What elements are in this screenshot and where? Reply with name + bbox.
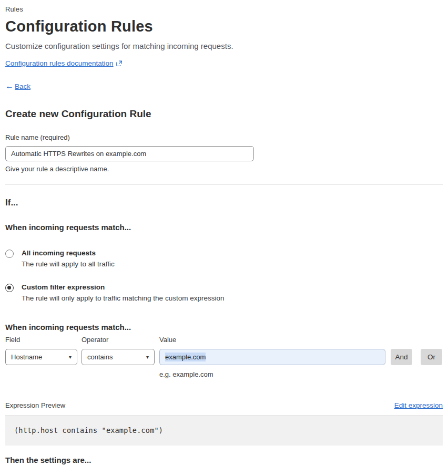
field-select[interactable]: Hostname ▾ <box>5 349 77 365</box>
radio-description: The rule will apply to all traffic <box>22 260 115 268</box>
radio-label: All incoming requests <box>22 249 115 257</box>
radio-unselected-icon[interactable] <box>5 250 14 258</box>
operator-column: Operator contains ▾ <box>82 336 155 365</box>
radio-custom-filter-expression[interactable]: Custom filter expression The rule will o… <box>5 283 443 302</box>
field-column: Field Hostname ▾ <box>5 336 77 365</box>
value-input[interactable]: example.com <box>159 349 385 365</box>
breadcrumb: Rules <box>5 5 443 13</box>
radio-label: Custom filter expression <box>22 283 224 291</box>
chevron-down-icon: ▾ <box>146 354 149 360</box>
and-button[interactable]: And <box>391 349 412 365</box>
then-settings-heading: Then the settings are... <box>5 456 443 464</box>
radio-selected-icon[interactable] <box>5 284 14 292</box>
rule-name-label: Rule name (required) <box>5 133 443 141</box>
operator-select-value: contains <box>87 353 113 361</box>
external-link-icon <box>116 60 123 67</box>
radio-description: The rule will only apply to traffic matc… <box>22 294 224 302</box>
expression-preview-code: (http.host contains "example.com") <box>5 415 443 446</box>
expression-builder-heading: When incoming requests match... <box>5 323 443 332</box>
expression-builder: Field Hostname ▾ Operator contains ▾ Val… <box>5 336 443 378</box>
rule-name-input[interactable] <box>5 146 254 161</box>
back-link-row: ← Back <box>5 81 443 91</box>
page-title: Configuration Rules <box>5 18 443 35</box>
expression-preview-label: Expression Preview <box>5 401 65 409</box>
rule-name-help: Give your rule a descriptive name. <box>5 165 443 173</box>
create-rule-heading: Create new Configuration Rule <box>5 108 443 120</box>
field-label: Field <box>5 336 77 344</box>
value-label: Value <box>159 336 385 344</box>
expression-preview-header: Expression Preview Edit expression <box>5 401 443 415</box>
documentation-link[interactable]: Configuration rules documentation <box>5 59 114 67</box>
documentation-link-row: Configuration rules documentation <box>5 59 443 67</box>
or-button[interactable]: Or <box>421 349 442 365</box>
section-divider <box>5 184 443 185</box>
field-select-value: Hostname <box>11 353 42 361</box>
radio-all-incoming-requests[interactable]: All incoming requests The rule will appl… <box>5 249 443 268</box>
value-hint: e.g. example.com <box>159 370 385 378</box>
page-subtitle: Customize configuration settings for mat… <box>5 42 443 50</box>
value-input-text: example.com <box>165 353 206 361</box>
back-arrow-icon: ← <box>5 81 14 91</box>
match-type-heading: When incoming requests match... <box>5 223 443 232</box>
operator-select[interactable]: contains ▾ <box>82 349 155 365</box>
operator-label: Operator <box>82 336 155 344</box>
value-column: Value example.com e.g. example.com <box>159 336 385 378</box>
if-heading: If... <box>5 198 443 208</box>
edit-expression-link[interactable]: Edit expression <box>394 401 443 409</box>
chevron-down-icon: ▾ <box>69 354 72 360</box>
back-link[interactable]: Back <box>15 82 30 90</box>
